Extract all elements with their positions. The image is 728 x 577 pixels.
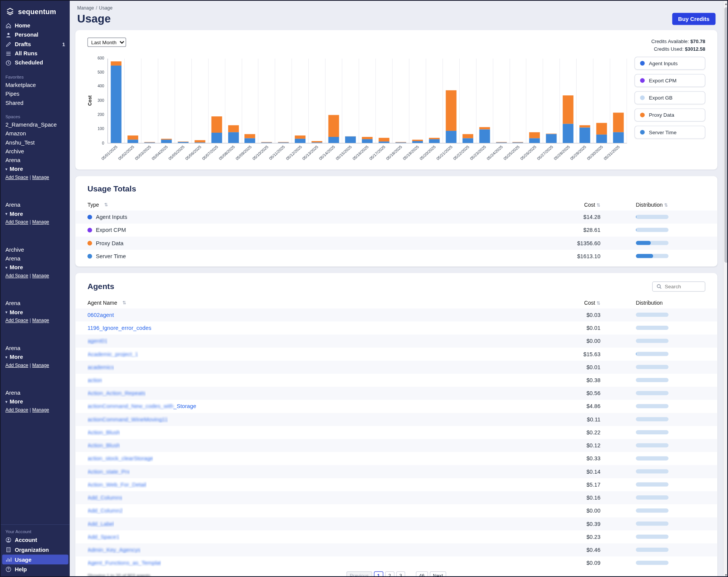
manage-link[interactable]: Manage [32,273,49,278]
bar-05/08/2025[interactable] [228,125,239,143]
agent-name-link[interactable]: Action_Blush [87,429,120,436]
agent-name-link[interactable]: Academic_project_1 [87,351,138,357]
bar-05/20/2025[interactable] [429,138,439,143]
agent-name-link[interactable]: 0602agent [87,312,114,318]
bar-05/10/2025[interactable] [261,142,272,143]
page-button-2[interactable]: 2 [385,571,394,577]
bar-05/14/2025[interactable] [329,115,339,143]
agent-name-link[interactable]: 1196_Ignore_error_codes [87,325,151,331]
more-toggle[interactable]: ▾More [1,397,70,406]
bar-05/27/2025[interactable] [546,133,557,143]
period-select[interactable]: Last Month [87,38,126,47]
bar-05/09/2025[interactable] [245,134,255,143]
space-item-amazon[interactable]: Amazon [1,129,70,138]
space-item-arena[interactable]: Arena [1,156,70,164]
sidebar-item-all-runs[interactable]: All Runs [1,49,70,58]
bar-05/11/2025[interactable] [278,142,289,143]
sidebar-item-home[interactable]: Home [1,21,70,30]
add-space-link[interactable]: Add Space [5,219,28,224]
space-item-arena[interactable]: Arena [1,344,70,352]
agent-name-link[interactable]: Action_Action_Repeats [87,390,146,396]
manage-link[interactable]: Manage [32,219,49,224]
bar-05/19/2025[interactable] [412,140,423,143]
column-header-cost[interactable]: Cost⇅ [531,202,600,208]
bar-05/22/2025[interactable] [462,134,473,143]
account-item-usage[interactable]: Usage [2,554,69,564]
space-item-arena[interactable]: Arena [1,299,70,307]
account-item-account[interactable]: Account [1,535,70,545]
agent-name-link[interactable]: Action_Web_For_Detail [87,481,146,488]
agent-name-link[interactable]: action [87,377,102,383]
favorite-item-shared[interactable]: Shared [1,98,70,107]
page-button-3[interactable]: 3 [396,571,405,577]
space-item-arena[interactable]: Arena [1,200,70,209]
bar-05/05/2025[interactable] [178,141,188,143]
bar-05/18/2025[interactable] [395,142,406,143]
breadcrumb-manage[interactable]: Manage [77,5,94,10]
add-space-link[interactable]: Add Space [5,273,28,278]
add-space-link[interactable]: Add Space [5,407,28,412]
agent-name-link[interactable]: academics [87,364,114,370]
bar-05/17/2025[interactable] [378,138,389,143]
space-item-arena[interactable]: Arena [1,388,70,397]
bar-05/23/2025[interactable] [479,127,490,143]
scrollbar[interactable]: ▲ ▼ [723,1,728,577]
bar-05/03/2025[interactable] [144,142,155,143]
add-space-link[interactable]: Add Space [5,175,28,180]
bar-05/06/2025[interactable] [194,140,205,143]
bar-05/12/2025[interactable] [295,136,306,143]
agent-name-link[interactable]: action_stock_clearStorage [87,455,153,461]
bar-05/13/2025[interactable] [312,141,322,143]
sidebar-item-drafts[interactable]: Drafts1 [1,39,70,48]
agent-name-link[interactable]: Add_Column2 [87,507,123,514]
sidebar-item-personal[interactable]: Personal [1,30,70,39]
bar-05/16/2025[interactable] [362,137,372,143]
manage-link[interactable]: Manage [32,363,49,368]
bar-05/01/2025[interactable] [111,61,121,143]
manage-link[interactable]: Manage [32,175,49,180]
account-item-organization[interactable]: Organization [1,545,70,555]
add-space-link[interactable]: Add Space [5,318,28,323]
previous-page-button[interactable]: Previous [346,571,372,577]
page-button-1[interactable]: 1 [374,571,383,577]
breadcrumb-usage[interactable]: Usage [99,5,112,10]
bar-05/21/2025[interactable] [446,90,456,143]
space-item-archive[interactable]: Archive [1,245,70,254]
sidebar-item-scheduled[interactable]: Scheduled [1,58,70,67]
bar-05/29/2025[interactable] [580,125,590,143]
space-item-archive[interactable]: Archive [1,147,70,156]
legend-item-server-time[interactable]: Server Time [635,125,706,138]
favorite-item-marketplace[interactable]: Marketplace [1,80,70,89]
favorite-item-pipes[interactable]: Pipes [1,89,70,98]
account-item-help[interactable]: Help [1,564,70,574]
more-toggle[interactable]: ▾More [1,209,70,218]
page-button-46[interactable]: 46 [416,571,428,577]
add-space-link[interactable]: Add Space [5,363,28,368]
scrollbar-up-arrow[interactable]: ▲ [723,1,728,7]
bar-05/04/2025[interactable] [161,139,172,143]
bar-05/15/2025[interactable] [345,136,356,143]
legend-item-agent-inputs[interactable]: Agent Inputs [635,56,706,69]
agent-name-link[interactable]: Action_state_Prx [87,468,130,475]
more-toggle[interactable]: ▾More [1,263,70,272]
search-input[interactable] [665,283,703,289]
agent-name-link[interactable]: Agent_Functions_as_Templat [87,559,161,566]
manage-link[interactable]: Manage [32,407,49,412]
bar-05/02/2025[interactable] [127,136,138,143]
bar-05/26/2025[interactable] [529,132,540,143]
space-item-anshu-test[interactable]: Anshu_Test [1,138,70,146]
manage-link[interactable]: Manage [32,318,49,323]
agent-name-link[interactable]: Add_Label [87,521,114,527]
column-header-agent-name[interactable]: Agent Name⇅ [87,300,531,305]
agents-search[interactable] [652,281,705,291]
space-item-arena[interactable]: Arena [1,254,70,263]
buy-credits-button[interactable]: Buy Credits [672,13,715,25]
bar-05/24/2025[interactable] [496,142,507,143]
app-logo[interactable]: sequentum [1,1,70,21]
legend-item-export-cpm[interactable]: Export CPM [635,74,706,87]
column-header-cost[interactable]: Cost⇅ [531,300,600,305]
scrollbar-thumb[interactable] [724,7,728,263]
bar-05/28/2025[interactable] [563,95,574,143]
space-item-2-ramendra-space[interactable]: 2_Ramendra_Space [1,120,70,129]
agent-name-link[interactable]: actionCommand_New_codes_with_Storage [87,403,196,409]
